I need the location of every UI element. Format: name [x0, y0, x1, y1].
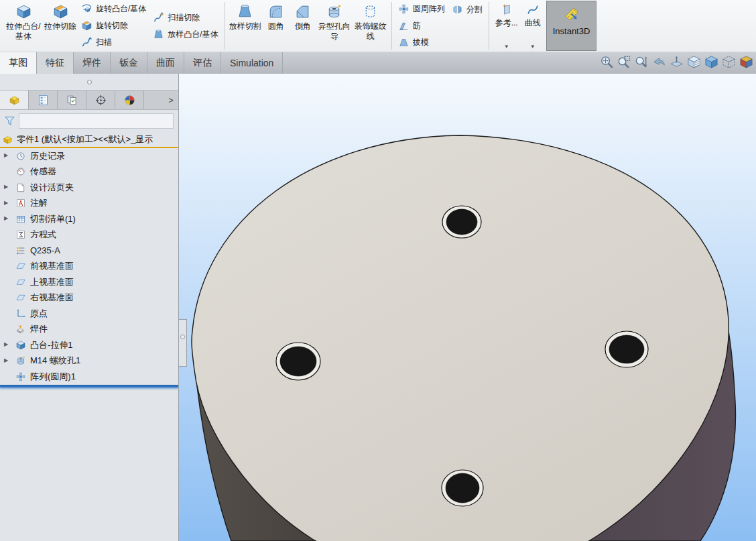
toolbar-stack: 扫描切除放样凸台/基体 — [149, 0, 221, 52]
tapped-hole[interactable] — [280, 347, 316, 376]
toolbar-separator — [489, 2, 489, 50]
tapped-hole[interactable] — [446, 473, 479, 503]
loft-boss-icon — [153, 29, 164, 40]
tab-评估[interactable]: 评估 — [184, 52, 221, 74]
rib-button[interactable]: 筋 — [398, 17, 445, 34]
tree-item[interactable]: ▶切割清单(1) — [0, 211, 178, 227]
graphics-area — [179, 74, 756, 541]
chevron-down-icon[interactable]: ▼ — [504, 44, 509, 50]
tree-item[interactable]: Q235-A — [0, 243, 178, 259]
expand-arrow-icon[interactable]: ▶ — [4, 200, 8, 206]
split-button[interactable]: 分割 — [452, 1, 483, 18]
panel-tab-configuration-manager[interactable] — [58, 91, 86, 109]
tree-item[interactable]: 原点 — [0, 306, 178, 322]
view-orientation-button[interactable] — [686, 54, 702, 72]
tree-filter-input[interactable] — [19, 113, 174, 129]
chevron-down-icon[interactable]: ▼ — [530, 44, 536, 50]
revolve-cut-button[interactable]: 旋转切除 — [81, 17, 146, 34]
apply-scene-icon — [739, 54, 754, 70]
tree-item[interactable]: 右视基准面 — [0, 290, 178, 306]
tree-item[interactable]: 传感器 — [0, 164, 178, 180]
expand-arrow-icon[interactable]: ▶ — [4, 216, 8, 221]
tree-item[interactable]: ▶M14 螺纹孔1 — [0, 353, 178, 369]
feature-manager-icon — [8, 94, 21, 107]
panel-tab-display-manager[interactable] — [115, 91, 144, 109]
expand-arrow-icon[interactable]: ▶ — [4, 153, 8, 158]
curves-flyout-button[interactable]: 曲线▼ — [521, 0, 544, 52]
tree-item-label: 注解 — [30, 197, 48, 209]
loft-cut-button[interactable]: 放样切割 — [228, 0, 263, 52]
fillet-button[interactable]: 圆角 — [263, 0, 290, 52]
display-manager-icon — [123, 94, 136, 107]
equations-icon — [15, 229, 26, 240]
panel-tab-dimxpert-manager[interactable] — [86, 91, 115, 109]
tree-item[interactable]: 焊件 — [0, 322, 178, 338]
extrude-cut-icon — [52, 3, 69, 20]
tree-item[interactable]: ▶注解 — [0, 196, 178, 212]
chamfer-icon — [294, 3, 311, 20]
sweep-button[interactable]: 扫描 — [81, 34, 146, 51]
tree-item-label: 原点 — [30, 308, 48, 320]
sweep-cut-icon — [153, 12, 164, 23]
previous-view-button[interactable] — [651, 54, 667, 72]
expand-arrow-icon[interactable]: ▶ — [4, 342, 8, 347]
tree-item[interactable]: ▶设计活页夹 — [0, 180, 178, 196]
command-manager-tab-strip: 草图特征焊件钣金曲面评估Simulation — [0, 52, 756, 74]
annotations-icon — [15, 198, 26, 208]
panel-tab-feature-manager[interactable] — [0, 91, 29, 109]
apply-scene-button[interactable] — [739, 54, 754, 72]
panel-tab-property-manager[interactable] — [29, 91, 58, 109]
extrude-boss-button[interactable]: 拉伸凸台/基体 — [4, 0, 43, 52]
rollback-bar[interactable] — [0, 385, 178, 387]
main-content: > 零件1 (默认<按加工><<默认>_显示 ▶历史记录传感器▶设计活页夹▶注解… — [0, 74, 756, 541]
tab-草图[interactable]: 草图 — [0, 52, 37, 74]
hide-show-items-button[interactable] — [721, 54, 737, 72]
tree-item-label: 上视基准面 — [30, 276, 74, 288]
button-label: 旋转切除 — [96, 20, 128, 32]
tree-item[interactable]: 前视基准面 — [0, 259, 178, 275]
tab-焊件[interactable]: 焊件 — [74, 52, 111, 74]
section-view-button[interactable] — [669, 54, 684, 72]
zoom-in-out-button[interactable] — [634, 54, 649, 72]
instant3d-toggle-button[interactable]: Instant3D — [546, 1, 597, 51]
cosmetic-thread-button[interactable]: 装饰螺纹线 — [353, 0, 389, 52]
hole-wizard-button[interactable]: 异型孔向导 — [316, 0, 353, 52]
reference-geometry-flyout-button[interactable]: 参考...▼ — [492, 0, 521, 52]
tree-item[interactable]: ▶历史记录 — [0, 148, 178, 164]
tapped-hole[interactable] — [446, 209, 477, 235]
toolbar-separator — [391, 2, 392, 50]
tree-item[interactable]: 上视基准面 — [0, 274, 178, 290]
tab-钣金[interactable]: 钣金 — [111, 52, 147, 74]
panel-tabs-more-arrow[interactable]: > — [164, 91, 178, 109]
tree-item[interactable]: 方程式 — [0, 227, 178, 243]
chamfer-button[interactable]: 倒角 — [290, 0, 316, 52]
circular-pattern-button[interactable]: 圆周阵列 — [398, 1, 445, 17]
toolbar-stack: 分割 — [448, 0, 486, 52]
circular-pattern-feature-icon — [15, 371, 26, 382]
panel-splitter-handle[interactable] — [179, 319, 187, 367]
zoom-to-area-button[interactable] — [617, 54, 632, 72]
tab-特征[interactable]: 特征 — [37, 52, 74, 74]
tree-item-label: 切割清单(1) — [30, 213, 76, 225]
tree-item[interactable]: 阵列(圆周)1 — [0, 369, 178, 385]
expand-arrow-icon[interactable]: ▶ — [4, 358, 8, 363]
plane-icon — [15, 261, 26, 272]
draft-button[interactable]: 拔模 — [398, 34, 445, 51]
zoom-to-fit-button[interactable] — [599, 54, 615, 72]
tree-item[interactable]: ▶凸台-拉伸1 — [0, 337, 178, 353]
tapped-hole[interactable] — [609, 335, 644, 363]
tab-曲面[interactable]: 曲面 — [147, 52, 184, 74]
loft-boss-button[interactable]: 放样凸台/基体 — [153, 26, 218, 43]
expand-arrow-icon[interactable]: ▶ — [4, 184, 8, 190]
extrude-cut-button[interactable]: 拉伸切除 — [43, 0, 78, 52]
display-style-button[interactable] — [704, 54, 719, 72]
button-label: 拉伸切除 — [44, 21, 76, 32]
reference-geometry-icon — [500, 3, 513, 17]
button-label: 放样切割 — [229, 21, 261, 32]
tree-root-item[interactable]: 零件1 (默认<按加工><<默认>_显示 — [0, 132, 178, 147]
revolve-boss-button[interactable]: 旋转凸台/基体 — [81, 1, 146, 17]
filter-funnel-icon[interactable] — [3, 115, 16, 127]
tab-Simulation[interactable]: Simulation — [221, 52, 283, 74]
sweep-cut-button[interactable]: 扫描切除 — [153, 9, 218, 26]
panel-collapse-handle[interactable] — [0, 74, 178, 90]
